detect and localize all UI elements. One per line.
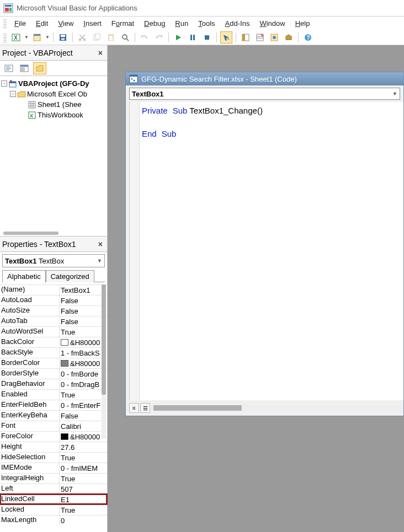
property-row[interactable]: IntegralHeighTrue bbox=[0, 473, 107, 483]
view-object-button[interactable] bbox=[18, 62, 31, 74]
menu-tools[interactable]: Tools bbox=[194, 18, 219, 29]
property-value[interactable]: 0 bbox=[60, 515, 107, 525]
tab-alphabetic[interactable]: Alphabetic bbox=[2, 270, 46, 282]
cut-button[interactable] bbox=[76, 31, 88, 44]
horizontal-scrollbar[interactable] bbox=[153, 405, 403, 411]
run-button[interactable] bbox=[172, 31, 184, 44]
property-row[interactable]: DragBehavior0 - fmDragB bbox=[0, 379, 107, 389]
property-row[interactable]: BackStyle1 - fmBackS bbox=[0, 347, 107, 358]
property-row[interactable]: Height27.6 bbox=[0, 442, 107, 452]
property-row[interactable]: EnterKeyBehaFalse bbox=[0, 410, 107, 421]
property-value[interactable]: Calibri bbox=[60, 421, 107, 431]
toolbox-button[interactable] bbox=[283, 31, 295, 44]
toggle-folders-button[interactable] bbox=[33, 62, 46, 74]
property-row[interactable]: LockedTrue bbox=[0, 504, 107, 515]
property-value[interactable]: 0 - fmDragB bbox=[60, 379, 107, 389]
reset-button[interactable] bbox=[201, 31, 213, 44]
insert-userform-button[interactable] bbox=[31, 31, 43, 44]
properties-grid[interactable]: (Name)TextBox1AutoLoadFalseAutoSizeFalse… bbox=[0, 284, 107, 525]
tree-excel-objects[interactable]: − Microsoft Excel Ob bbox=[1, 89, 106, 99]
property-row[interactable]: BackColor&H80000 bbox=[0, 337, 107, 347]
property-row[interactable]: FontCalibri bbox=[0, 421, 107, 431]
help-button[interactable]: ? bbox=[302, 31, 314, 44]
project-explorer-button[interactable] bbox=[240, 31, 252, 44]
property-value[interactable]: 1 - fmBackS bbox=[60, 348, 107, 358]
object-browser-button[interactable] bbox=[268, 31, 280, 44]
menu-window[interactable]: Window bbox=[255, 18, 289, 29]
vertical-scrollbar[interactable] bbox=[102, 284, 106, 439]
property-row[interactable]: EnterFieldBeh0 - fmEnterF bbox=[0, 400, 107, 410]
paste-button[interactable] bbox=[105, 31, 117, 44]
tree-project-root[interactable]: − VBAProject (GFG-Dy bbox=[1, 78, 106, 89]
redo-button[interactable] bbox=[153, 31, 165, 44]
property-row[interactable]: BorderStyle0 - fmBorde bbox=[0, 368, 107, 379]
property-value[interactable]: True bbox=[60, 505, 107, 515]
property-row[interactable]: MaxLength0 bbox=[0, 515, 107, 525]
property-value[interactable]: False bbox=[60, 411, 107, 421]
find-button[interactable] bbox=[119, 31, 131, 44]
property-row[interactable]: LinkedCellE1 bbox=[0, 494, 107, 504]
property-value[interactable]: 0 - fmBorde bbox=[60, 369, 107, 379]
properties-window-button[interactable] bbox=[254, 31, 266, 44]
procedure-view-button[interactable]: ≡ bbox=[129, 403, 139, 413]
collapse-icon[interactable]: − bbox=[1, 80, 7, 87]
menu-debug[interactable]: Debug bbox=[140, 18, 169, 29]
property-value[interactable]: &H80000 bbox=[60, 358, 107, 368]
tree-thisworkbook[interactable]: X ThisWorkbook bbox=[1, 110, 106, 120]
dropdown-arrow-icon[interactable]: ▼ bbox=[45, 35, 50, 40]
property-row[interactable]: AutoWordSelTrue bbox=[0, 326, 107, 337]
property-row[interactable]: AutoTabFalse bbox=[0, 316, 107, 326]
menu-help[interactable]: Help bbox=[291, 18, 315, 29]
code-editor[interactable]: Private Sub TextBox1_Change() End Sub bbox=[129, 102, 403, 400]
menu-insert[interactable]: Insert bbox=[79, 18, 106, 29]
property-value[interactable]: True bbox=[60, 390, 107, 400]
property-value[interactable]: True bbox=[60, 474, 107, 483]
menu-edit[interactable]: Edit bbox=[31, 18, 52, 29]
collapse-icon[interactable]: − bbox=[10, 91, 16, 97]
copy-button[interactable] bbox=[91, 31, 103, 44]
property-value[interactable]: 507 bbox=[60, 484, 107, 494]
property-value[interactable]: &H80000 bbox=[60, 337, 107, 347]
property-value[interactable]: 27.6 bbox=[60, 442, 107, 452]
close-button[interactable]: × bbox=[96, 49, 105, 57]
dropdown-arrow-icon[interactable]: ▼ bbox=[24, 35, 29, 40]
menu-grip[interactable] bbox=[3, 18, 7, 28]
property-row[interactable]: EnabledTrue bbox=[0, 389, 107, 400]
save-button[interactable] bbox=[57, 31, 69, 44]
menu-file[interactable]: File bbox=[10, 18, 30, 29]
code-margin[interactable] bbox=[130, 102, 140, 400]
tab-categorized[interactable]: Categorized bbox=[46, 270, 94, 282]
property-row[interactable]: IMEMode0 - fmIMEM bbox=[0, 463, 107, 473]
horizontal-scrollbar[interactable] bbox=[3, 232, 59, 235]
object-selector[interactable]: TextBox1 TextBox ▼ bbox=[2, 254, 105, 267]
menu-addins[interactable]: Add-Ins bbox=[221, 18, 254, 29]
toolbar-grip[interactable] bbox=[3, 33, 7, 42]
menu-format[interactable]: Format bbox=[107, 18, 139, 29]
project-tree[interactable]: − VBAProject (GFG-Dy − Microsoft Excel O… bbox=[0, 76, 107, 122]
property-row[interactable]: HideSelectionTrue bbox=[0, 452, 107, 463]
undo-button[interactable] bbox=[139, 31, 151, 44]
view-code-button[interactable] bbox=[2, 62, 15, 74]
design-mode-button[interactable] bbox=[220, 31, 232, 44]
property-value[interactable]: 0 - fmEnterF bbox=[60, 400, 107, 410]
code-text[interactable]: Private Sub TextBox1_Change() End Sub bbox=[142, 105, 263, 141]
property-row[interactable]: ForeColor&H80000 bbox=[0, 431, 107, 442]
property-value[interactable]: False bbox=[60, 306, 107, 316]
property-value[interactable]: TextBox1 bbox=[60, 285, 107, 295]
code-window-title-bar[interactable]: GFG-Dynamic Search Filter.xlsx - Sheet1 … bbox=[126, 72, 403, 85]
property-value[interactable]: 0 - fmIMEM bbox=[60, 463, 107, 473]
property-row[interactable]: BorderColor&H80000 bbox=[0, 358, 107, 368]
property-value[interactable]: True bbox=[60, 327, 107, 337]
property-value[interactable]: True bbox=[60, 453, 107, 463]
property-row[interactable]: Left507 bbox=[0, 483, 107, 494]
tree-sheet1[interactable]: Sheet1 (Shee bbox=[1, 99, 106, 110]
view-excel-button[interactable]: X bbox=[10, 31, 22, 44]
property-row[interactable]: AutoLoadFalse bbox=[0, 295, 107, 305]
property-value[interactable]: &H80000 bbox=[60, 432, 107, 442]
property-value[interactable]: E1 bbox=[60, 495, 107, 504]
code-object-dropdown[interactable]: TextBox1 ▼ bbox=[129, 88, 400, 100]
break-button[interactable] bbox=[187, 31, 199, 44]
close-button[interactable]: × bbox=[96, 240, 105, 249]
menu-run[interactable]: Run bbox=[171, 18, 193, 29]
property-row[interactable]: AutoSizeFalse bbox=[0, 305, 107, 316]
